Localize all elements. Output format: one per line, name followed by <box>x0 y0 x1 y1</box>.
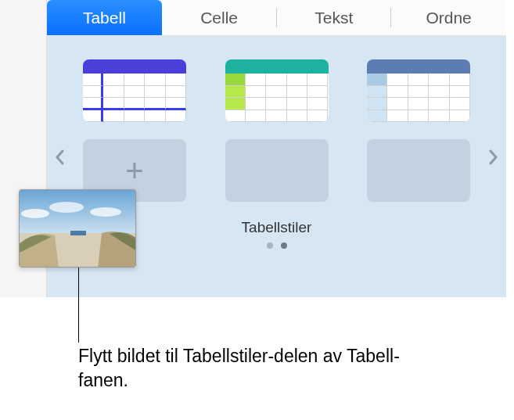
page-dot-active[interactable] <box>281 242 287 249</box>
dragged-image-thumbnail[interactable] <box>19 189 136 267</box>
style-rows: + <box>47 59 506 202</box>
svg-point-2 <box>21 209 49 218</box>
plus-icon: + <box>125 155 143 186</box>
svg-point-4 <box>90 207 121 217</box>
svg-point-3 <box>49 202 84 213</box>
table-style-lightblue[interactable] <box>367 59 470 122</box>
tab-tekst[interactable]: Tekst <box>277 0 392 35</box>
style-row: + <box>83 139 470 202</box>
table-style-empty[interactable] <box>367 139 470 202</box>
tab-tabell[interactable]: Tabell <box>47 0 162 35</box>
tab-celle[interactable]: Celle <box>162 0 277 35</box>
table-style-green[interactable] <box>225 59 329 122</box>
styles-prev-arrow[interactable] <box>50 142 69 173</box>
tab-ordne[interactable]: Ordne <box>391 0 506 35</box>
styles-next-arrow[interactable] <box>484 142 503 173</box>
callout-line <box>78 267 79 343</box>
format-tabs: Tabell Celle Tekst Ordne <box>47 0 506 36</box>
style-row <box>83 59 470 122</box>
svg-rect-5 <box>70 231 86 235</box>
table-style-blue[interactable] <box>83 59 186 122</box>
page-dot[interactable] <box>267 242 273 249</box>
callout-text: Flytt bildet til Tabellstiler-delen av T… <box>78 344 422 393</box>
table-style-empty[interactable] <box>225 139 329 202</box>
